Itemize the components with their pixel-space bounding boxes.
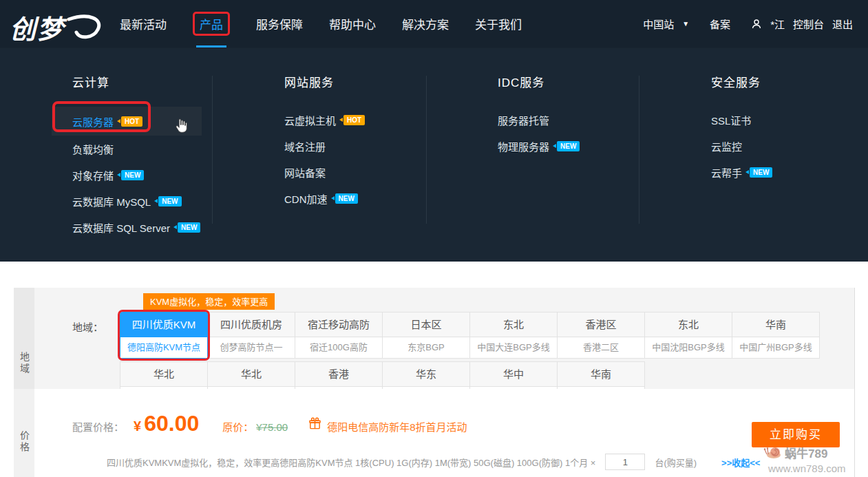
original-price-label: 原价： <box>222 419 253 434</box>
price-section: 价格 配置价格： ¥ 60.00 原价： ¥75.00 德阳电信高防新年8折首月… <box>14 389 855 477</box>
region-row-label: 地域： <box>72 319 103 334</box>
menu-item-object-storage[interactable]: 对象存储 NEW <box>52 162 202 188</box>
menu-column-title: IDC服务 <box>498 73 648 90</box>
logo[interactable]: 创梦 <box>0 0 109 48</box>
menu-item-label: 云数据库 SQL Server <box>72 220 170 235</box>
console-link[interactable]: 控制台 <box>793 17 824 31</box>
logout-link[interactable]: 退出 <box>832 17 853 31</box>
region-tab-huabei-1[interactable]: 华北 <box>120 361 208 389</box>
menu-item-physical-server[interactable]: 物理服务器 NEW <box>498 133 648 159</box>
menu-column-title: 安全服务 <box>711 73 861 90</box>
tab-subtitle: 德阳高防KVM节点 <box>120 337 207 358</box>
hot-badge: HOT <box>121 116 142 127</box>
region-tab-sichuan-room[interactable]: 四川优质机房 创梦高防节点一 <box>207 312 295 359</box>
tab-subtitle: 中国大连BGP多线 <box>470 337 557 358</box>
tab-title: 东北 <box>470 312 557 337</box>
menu-item-cloud-monitor[interactable]: 云监控 <box>711 133 861 159</box>
gift-icon <box>308 417 321 430</box>
page: 创梦 最新活动 产品 服务保障 帮助中心 解决方案 关于我们 中国站 ▼ 备案 <box>0 0 868 477</box>
region-tab-huazhong[interactable]: 华中 <box>469 361 558 389</box>
menu-item-label: 服务器托管 <box>498 113 549 127</box>
region-tab-dalian[interactable]: 东北 中国大连BGP多线 <box>469 312 558 359</box>
promo-text[interactable]: 德阳电信高防新年8折首月活动 <box>327 419 467 434</box>
menu-item-server-hosting[interactable]: 服务器托管 <box>498 107 648 133</box>
menu-item-cloud-helper[interactable]: 云帮手 NEW <box>711 159 861 185</box>
menu-column-idc-services: IDC服务 服务器托管 物理服务器 NEW <box>498 48 648 159</box>
tab-title: 四川优质机房 <box>208 312 295 337</box>
watermark-url: www.wn789.com <box>768 463 846 474</box>
tab-subtitle: 宿迁100G高防 <box>295 337 382 358</box>
region-tab-shenyang[interactable]: 东北 中国沈阳BGP多线 <box>644 312 732 359</box>
nav-item-beian[interactable]: 备案 <box>710 17 730 31</box>
tab-title: 香港 <box>295 362 382 387</box>
menu-column-website-services: 网站服务 云虚拟主机 HOT 域名注册 网站备案 CDN加速 NEW <box>284 48 434 211</box>
site-selector-label: 中国站 <box>643 17 674 31</box>
logo-text: 创梦 <box>10 8 65 46</box>
region-tab-huabei-2[interactable]: 华北 <box>207 361 295 389</box>
region-tabs-row1: 四川优质KVM 德阳高防KVM节点 四川优质机房 创梦高防节点一 宿迁移动高防 … <box>120 312 820 359</box>
site-selector[interactable]: 中国站 ▼ <box>643 17 689 31</box>
menu-item-label: 云服务器 <box>72 114 114 129</box>
quantity-unit-label: 台(购买量) <box>655 456 697 469</box>
nav-item-products[interactable]: 产品 <box>193 12 230 36</box>
tab-title: 香港区 <box>558 312 644 337</box>
hot-badge: HOT <box>343 115 365 125</box>
menu-item-clouddb-mysql[interactable]: 云数据库 MySQL NEW <box>52 188 202 214</box>
menu-item-load-balancer[interactable]: 负载均衡 <box>52 136 202 162</box>
nav-item-solutions[interactable]: 解决方案 <box>402 15 449 32</box>
menu-item-cdn[interactable]: CDN加速 NEW <box>284 185 434 211</box>
config-summary-text: 四川优质KVMKVM虚拟化，稳定，效率更高德阳高防KVM节点 1核(CPU) 1… <box>107 456 595 469</box>
region-side-strip: 地域 <box>14 288 34 389</box>
nav-item-help-center[interactable]: 帮助中心 <box>329 15 376 32</box>
menu-item-website-beian[interactable]: 网站备案 <box>284 159 434 185</box>
price-row: 配置价格： ¥ 60.00 原价： ¥75.00 德阳电信高防新年8折首月活动 <box>72 411 467 436</box>
menu-column-cloud-computing: 云计算 云服务器 HOT 负载均衡 对象存储 NEW 云数据库 MySQL NE… <box>52 48 202 240</box>
region-tabs-row2: 华北 华北 香港 华东 华中 华南 <box>120 361 645 389</box>
region-tab-suqian-mobile[interactable]: 宿迁移动高防 宿迁100G高防 <box>295 312 383 359</box>
nav-item-activities[interactable]: 最新活动 <box>120 15 167 32</box>
price-amount: 60.00 <box>144 411 199 436</box>
menu-item-ssl-certificate[interactable]: SSL证书 <box>711 107 861 133</box>
tab-subtitle: 创梦高防节点一 <box>208 337 295 358</box>
products-highlight-box: 产品 <box>193 12 230 36</box>
new-badge: NEW <box>335 193 358 204</box>
menu-item-label: 云监控 <box>711 139 742 153</box>
main-nav: 最新活动 产品 服务保障 帮助中心 解决方案 关于我们 <box>120 12 522 36</box>
collapse-link[interactable]: >>收起<< <box>721 456 760 469</box>
menu-item-label: 对象存储 <box>72 168 114 182</box>
tab-subtitle: 东京BGP <box>383 337 469 358</box>
region-tab-guangzhou[interactable]: 华南 中国广州BGP多线 <box>732 312 820 359</box>
region-tab-huanan[interactable]: 华南 <box>557 361 645 389</box>
tab-subtitle: 中国广州BGP多线 <box>732 337 819 358</box>
region-tab-sichuan-kvm[interactable]: 四川优质KVM 德阳高防KVM节点 <box>120 312 208 359</box>
tab-title: 华南 <box>732 312 819 337</box>
region-section: 地域 地域： KVM虚拟化，稳定，效率更高 四川优质KVM 德阳高防KVM节点 … <box>14 288 855 389</box>
tab-title: 华北 <box>208 362 295 387</box>
new-badge: NEW <box>178 222 200 233</box>
menu-item-cloud-virtual-host[interactable]: 云虚拟主机 HOT <box>284 107 434 133</box>
watermark: 蜗牛789 www.wn789.com <box>763 444 846 474</box>
region-tab-hk[interactable]: 香港 <box>295 361 383 389</box>
snail-icon <box>763 446 782 460</box>
menu-divider <box>212 76 213 224</box>
menu-item-clouddb-sqlserver[interactable]: 云数据库 SQL Server NEW <box>52 214 202 240</box>
menu-item-domain-registration[interactable]: 域名注册 <box>284 133 434 159</box>
new-badge: NEW <box>750 167 772 178</box>
tab-subtitle: 香港二区 <box>558 337 644 358</box>
menu-item-label: 域名注册 <box>284 139 326 153</box>
nav-item-about-us[interactable]: 关于我们 <box>475 15 522 32</box>
region-tab-huadong[interactable]: 华东 <box>382 361 470 389</box>
menu-item-cloud-server[interactable]: 云服务器 HOT <box>52 107 202 136</box>
tab-subtitle: 中国沈阳BGP多线 <box>645 337 732 358</box>
region-tab-japan[interactable]: 日本区 东京BGP <box>382 312 470 359</box>
tab-title: 日本区 <box>383 312 469 337</box>
menu-column-title: 网站服务 <box>284 73 434 90</box>
kvm-tooltip: KVM虚拟化，稳定，效率更高 <box>143 293 275 310</box>
menu-item-label: 负载均衡 <box>72 142 114 156</box>
quantity-input[interactable] <box>605 454 645 470</box>
menu-item-label: SSL证书 <box>711 113 751 127</box>
nav-item-service-guarantee[interactable]: 服务保障 <box>256 15 303 32</box>
config-summary-row: 四川优质KVMKVM虚拟化，稳定，效率更高德阳高防KVM节点 1核(CPU) 1… <box>107 454 760 470</box>
region-tab-hongkong[interactable]: 香港区 香港二区 <box>557 312 645 359</box>
original-price-value: ¥75.00 <box>256 421 288 433</box>
